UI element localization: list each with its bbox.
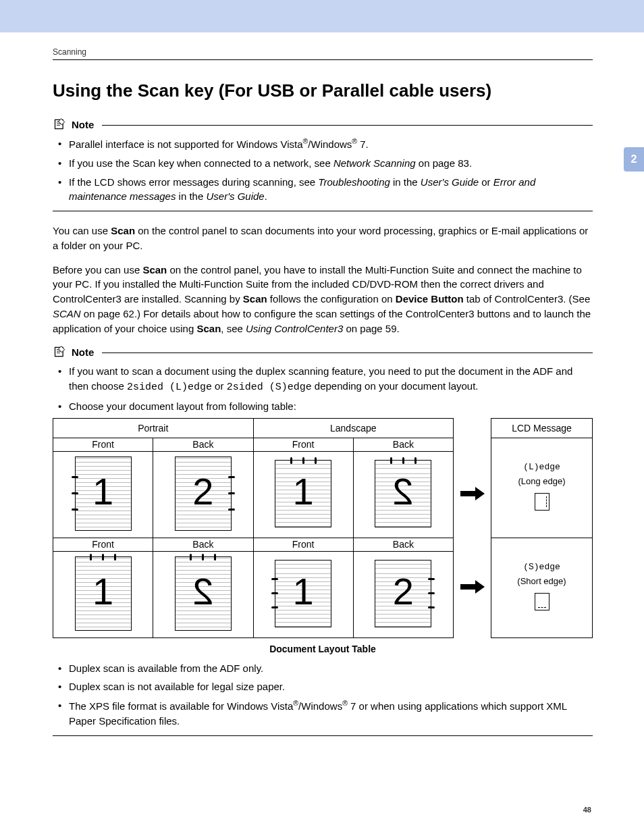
text: SCAN (53, 308, 81, 319)
note1-bullet-3: If the LCD shows error messages during s… (58, 175, 593, 205)
digit: 1 (293, 569, 314, 613)
table-caption: Document Layout Table (53, 644, 593, 654)
paragraph-1: You can use Scan on the control panel to… (53, 224, 593, 253)
note-icon (53, 118, 68, 131)
arrow-right-icon (459, 579, 486, 595)
doc-thumb: 2 (175, 457, 232, 531)
note-rule (102, 125, 593, 126)
top-banner (0, 0, 644, 32)
text: or (212, 380, 227, 392)
long-edge-icon (535, 493, 549, 511)
document-layout-table: Portrait Landscape LCD Message Front Bac… (53, 418, 593, 638)
reg-mark: ® (352, 137, 357, 145)
lcd-row-2: (S)edge (Short edge) (491, 538, 593, 637)
note1-bullet-2: If you use the Scan key when connected t… (58, 156, 593, 171)
cell-landscape-front-2: 1 (253, 551, 353, 637)
text: 7. (357, 138, 369, 150)
th-landscape: Landscape (253, 418, 454, 438)
note-block-2: Note If you want to scan a document usin… (53, 345, 593, 735)
cell-portrait-back-1: 2 (153, 451, 253, 538)
cell-landscape-back-2: 2 (353, 551, 453, 637)
th-front: Front (53, 438, 153, 451)
text: tab of ControlCenter3. (See (464, 293, 591, 305)
text: in the (390, 176, 421, 188)
text: depending on your document layout. (312, 380, 479, 392)
text: or (479, 176, 493, 188)
section-label: Scanning (53, 47, 593, 57)
text: Scan (243, 293, 267, 305)
text: Troubleshooting (318, 176, 390, 188)
digit: 1 (92, 469, 113, 513)
paragraph-2: Before you can use Scan on the control p… (53, 263, 593, 336)
cell-landscape-front-1: 1 (253, 451, 353, 538)
text: User's Guide (421, 176, 479, 188)
text: You can use (53, 225, 111, 236)
text: Before you can use (53, 264, 142, 276)
text: (Short edge) (517, 576, 566, 586)
note2-bullet-5: The XPS file format is available for Win… (58, 698, 593, 729)
text: on page 59. (343, 323, 399, 334)
code: (L)edge (523, 462, 560, 472)
note-rule (102, 353, 593, 353)
note2-bullet-4: Duplex scan is not available for legal s… (58, 679, 593, 694)
text: The XPS file format is available for Win… (69, 700, 293, 712)
digit: 2 (393, 469, 414, 513)
text: Scan (142, 264, 167, 276)
chapter-tab: 2 (624, 147, 644, 172)
text: Device Button (396, 293, 464, 305)
text: . (265, 190, 267, 202)
note-end-rule (53, 735, 593, 736)
digit: 2 (192, 469, 213, 513)
th-lcd: LCD Message (491, 418, 593, 438)
th-back: Back (353, 438, 453, 451)
arrow-cell (454, 451, 491, 538)
th-front: Front (53, 538, 153, 551)
text: on page 83. (416, 157, 472, 169)
th-portrait: Portrait (53, 418, 254, 438)
page-content: Scanning Using the Scan key (For USB or … (53, 47, 593, 748)
text: Parallel interface is not supported for … (69, 138, 303, 150)
doc-thumb: 2 (175, 556, 232, 631)
code: 2sided (S)edge (227, 382, 312, 393)
note-icon (53, 345, 68, 359)
page-number: 48 (583, 806, 591, 814)
text: Scan (196, 323, 221, 334)
arrow-cell (454, 538, 491, 637)
doc-thumb: 2 (375, 560, 431, 627)
doc-thumb: 1 (75, 457, 132, 531)
th-front: Front (253, 538, 353, 551)
note-block-1: Note Parallel interface is not supported… (53, 118, 593, 211)
note1-bullet-1: Parallel interface is not supported for … (58, 136, 593, 152)
text: If the LCD shows error messages during s… (69, 176, 318, 188)
code: (S)edge (523, 562, 560, 572)
text: , see (221, 323, 246, 334)
th-front: Front (253, 438, 353, 451)
spacer (454, 418, 491, 451)
code: 2sided (L)edge (127, 382, 212, 393)
arrow-right-icon (459, 486, 486, 502)
text: Using ControlCenter3 (246, 323, 343, 334)
note2-bullet-3: Duplex scan is available from the ADF on… (58, 661, 593, 676)
reg-mark: ® (293, 699, 298, 707)
doc-thumb: 1 (75, 556, 132, 631)
note-label: Note (72, 119, 94, 130)
text: follows the configuration on (267, 293, 396, 305)
text: in the (176, 190, 206, 202)
th-back: Back (153, 438, 253, 451)
lcd-row-1: (L)edge (Long edge) (491, 438, 593, 538)
doc-thumb: 1 (275, 460, 331, 527)
th-back: Back (153, 538, 253, 551)
th-back: Back (353, 538, 453, 551)
short-edge-icon (535, 593, 549, 610)
note-label: Note (72, 346, 94, 358)
text: (Long edge) (518, 476, 565, 486)
note2-bullet-1: If you want to scan a document using the… (58, 364, 593, 395)
link-text: Network Scanning (333, 157, 416, 169)
text: If you use the Scan key when connected t… (69, 157, 333, 169)
divider (53, 59, 593, 60)
digit: 1 (92, 569, 113, 613)
digit: 2 (192, 569, 213, 613)
digit: 2 (393, 569, 414, 613)
doc-thumb: 1 (275, 560, 331, 627)
page-title: Using the Scan key (For USB or Parallel … (53, 80, 593, 101)
